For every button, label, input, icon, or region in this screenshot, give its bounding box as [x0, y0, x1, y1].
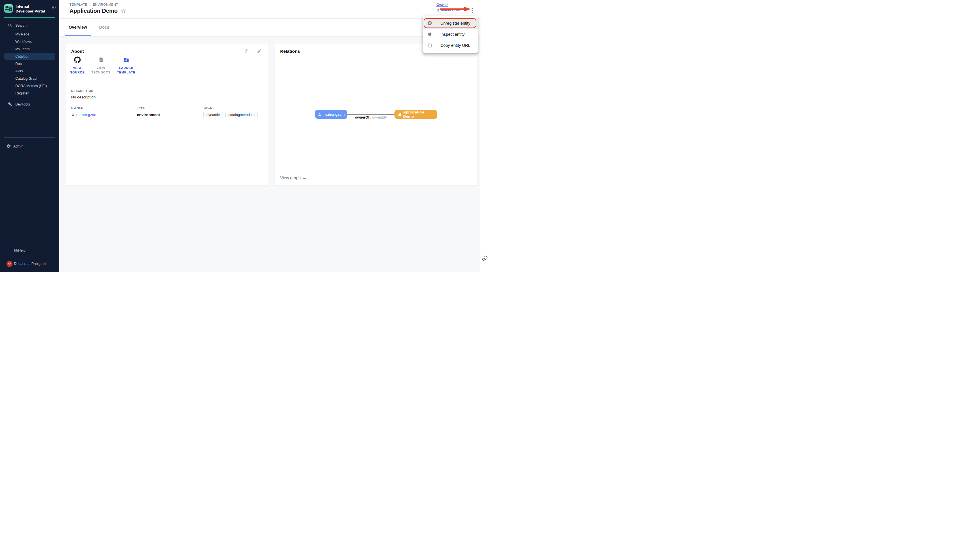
search-icon: [8, 23, 13, 28]
sidebar-item-admin[interactable]: Admin: [0, 143, 59, 150]
help-chat-icon: ?: [13, 248, 18, 253]
apps-grid-icon[interactable]: [52, 5, 56, 10]
sidebar-nav: Search My Page Workflows My Team Catalog…: [0, 22, 59, 108]
page-header: TEMPLATE — ENVIRONMENT Application Demo …: [59, 0, 480, 19]
relation-edge: [347, 114, 395, 115]
launch-template-button[interactable]: LAUNCH TEMPLATE: [111, 56, 142, 75]
sidebar-user[interactable]: DP Debabrata Panigrahi: [0, 259, 59, 268]
sidebar-item-label: Catalog Graph: [15, 76, 38, 81]
refresh-icon[interactable]: [244, 49, 249, 54]
sidebar-item-label: DORA Metrics (SEI): [15, 84, 47, 88]
owner-name: maher.gzam: [441, 8, 461, 12]
user-avatar: DP: [6, 261, 13, 267]
sidebar-item-label: Search: [15, 24, 27, 27]
menu-item-label: Inspect entity: [441, 32, 465, 37]
nav-divider: [12, 99, 45, 99]
folder-plus-icon: [111, 56, 142, 64]
sidebar-item-my-page[interactable]: My Page: [0, 31, 59, 38]
copy-icon: [427, 43, 432, 48]
action-label-line: LAUNCH: [111, 65, 142, 70]
menu-item-label: Copy entity URL: [441, 43, 471, 48]
sidebar-item-label: DevTools: [15, 102, 30, 107]
entity-kebab-menu-icon[interactable]: [470, 6, 475, 14]
about-card-title: About: [71, 49, 84, 54]
sidebar-item-apis[interactable]: APIs: [0, 67, 59, 75]
brand-divider: [4, 17, 55, 17]
sidebar-item-label: APIs: [15, 69, 23, 73]
tag-chip[interactable]: dynamic: [203, 112, 223, 118]
sidebar-item-catalog-graph[interactable]: Catalog Graph: [0, 75, 59, 82]
sidebar-item-register[interactable]: Register: [0, 90, 59, 97]
sidebar-item-devtools[interactable]: DevTools: [0, 101, 59, 108]
sidebar-item-my-team[interactable]: My Team: [0, 45, 59, 53]
help-label: Help: [18, 248, 25, 253]
type-value: environment: [137, 113, 160, 117]
relations-card-title: Relations: [280, 49, 300, 54]
user-name: Debabrata Panigrahi: [14, 262, 46, 266]
page-title: Application Demo: [70, 8, 118, 14]
sidebar-item-catalog[interactable]: Catalog: [4, 53, 55, 60]
active-tab-indicator: [65, 35, 91, 36]
owner-label: OWNER: [71, 106, 97, 110]
tag-chip[interactable]: catalogmetadata: [226, 112, 258, 118]
sidebar-item-label: My Page: [15, 32, 29, 36]
sidebar-bottom: ? Help DP Debabrata Panigrahi: [0, 247, 59, 268]
graph-node-label: Application Demo: [403, 110, 434, 119]
sidebar-item-label: My Team: [15, 47, 30, 51]
chat-bubbles-icon[interactable]: [482, 255, 488, 262]
sidebar-item-search[interactable]: Search: [0, 22, 59, 29]
graph-node-label: maher.gzam: [323, 112, 345, 116]
description-label: DESCRIPTION: [71, 89, 95, 92]
arrow-right-icon: →: [302, 175, 307, 180]
action-label-line: TEMPLATE: [111, 70, 142, 75]
sidebar-item-docs[interactable]: Docs: [0, 60, 59, 67]
menu-item-unregister-entity[interactable]: Unregister entity: [423, 17, 478, 29]
relation-primary: ownerOf: [355, 115, 369, 119]
app-logo: [4, 4, 13, 13]
sidebar-item-label: Register: [15, 91, 29, 95]
sidebar-item-label: Docs: [15, 62, 23, 66]
owner-box: Owner maher.gzam: [436, 3, 461, 12]
graph-node-entity[interactable]: Application Demo: [395, 110, 437, 119]
sidebar-item-label: Workflows: [15, 40, 32, 44]
person-icon: [71, 113, 75, 116]
view-graph-link[interactable]: View graph →: [280, 175, 307, 180]
person-icon: [436, 8, 440, 12]
graph-node-user[interactable]: maher.gzam: [315, 110, 347, 119]
tabbar: Overview Docs: [59, 19, 480, 37]
circle-x-icon: [427, 21, 432, 25]
sidebar-item-dora-metrics[interactable]: DORA Metrics (SEI): [0, 82, 59, 90]
edit-pencil-icon[interactable]: [257, 49, 262, 54]
owner-link[interactable]: Owner: [436, 3, 448, 7]
breadcrumb: TEMPLATE — ENVIRONMENT: [70, 3, 118, 6]
sidebar: Internal Developer Portal Search My Page…: [0, 0, 59, 272]
about-card: About VIEW SOURCE: [66, 44, 269, 186]
tab-docs[interactable]: Docs: [91, 19, 118, 36]
entity-context-menu: Unregister entity Inspect entity Copy en…: [423, 16, 478, 53]
content-area: About VIEW SOURCE: [59, 37, 480, 272]
sidebar-item-workflows[interactable]: Workflows: [0, 38, 59, 45]
about-owner-link[interactable]: maher.gzam: [71, 113, 97, 117]
favorite-star-icon[interactable]: [121, 8, 126, 14]
relations-card: Relations ownerOf / ownedBy maher.gzam: [274, 44, 477, 186]
sidebar-divider: [4, 137, 55, 138]
person-icon: [318, 113, 321, 116]
relation-secondary: ownedBy: [372, 115, 387, 119]
view-graph-label: View graph: [280, 176, 301, 180]
header-owner-value[interactable]: maher.gzam: [436, 8, 461, 12]
relation-edge-label: ownerOf / ownedBy: [347, 115, 395, 119]
menu-item-label: Unregister entity: [441, 21, 471, 25]
sidebar-header: Internal Developer Portal: [0, 0, 59, 14]
tab-overview[interactable]: Overview: [65, 19, 91, 36]
right-rail: [480, 0, 490, 272]
type-label: TYPE: [137, 106, 160, 110]
relation-separator: /: [370, 115, 371, 119]
tags-label: TAGS: [203, 106, 258, 110]
sidebar-item-help[interactable]: ? Help: [0, 247, 59, 254]
menu-item-copy-entity-url[interactable]: Copy entity URL: [423, 40, 478, 51]
svg-text:?: ?: [15, 249, 16, 251]
menu-item-inspect-entity[interactable]: Inspect entity: [423, 29, 478, 40]
app-title: Internal Developer Portal: [16, 4, 46, 14]
template-icon: [397, 112, 401, 116]
bug-icon: [427, 32, 432, 37]
